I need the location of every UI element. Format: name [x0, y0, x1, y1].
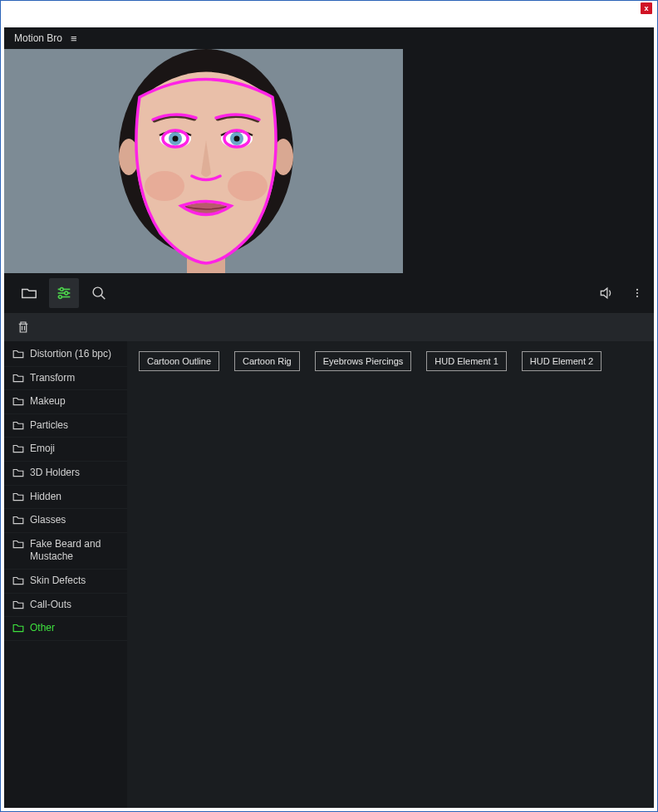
panel-title: Motion Bro	[14, 32, 62, 44]
sidebar-item-label: Skin Defects	[30, 575, 86, 588]
sidebar-item-label: 3D Holders	[30, 467, 80, 480]
sound-button[interactable]	[596, 278, 617, 308]
main-toolbar	[4, 273, 654, 313]
sidebar-item-3d-holders[interactable]: 3D Holders	[4, 462, 127, 486]
sidebar-item-emoji[interactable]: Emoji	[4, 438, 127, 462]
folder-icon	[12, 539, 24, 549]
folder-icon	[12, 575, 24, 585]
close-icon: x	[644, 4, 648, 12]
svg-point-11	[234, 136, 240, 142]
preset-eyebrows-piercings[interactable]: Eyebrows Piercings	[315, 351, 412, 371]
sidebar-item-label: Hidden	[30, 491, 61, 504]
sidebar-item-makeup[interactable]: Makeup	[4, 390, 127, 414]
preset-hud-element-2[interactable]: HUD Element 2	[522, 351, 602, 371]
delete-button[interactable]	[16, 319, 32, 335]
filters-button[interactable]	[49, 278, 79, 308]
search-icon	[90, 284, 108, 302]
titlebar: x	[1, 1, 657, 26]
sound-icon	[598, 285, 615, 301]
folder-icon	[12, 467, 24, 477]
svg-point-10	[173, 136, 179, 142]
sidebar-item-particles[interactable]: Particles	[4, 414, 127, 438]
motion-bro-panel: Motion Bro ≡	[4, 27, 654, 808]
sidebar-item-distortion-16-bpc[interactable]: Distortion (16 bpc)	[4, 343, 127, 367]
more-icon	[631, 285, 643, 301]
preview-viewport	[4, 49, 403, 273]
toolbar-right	[596, 278, 644, 308]
sidebar-item-label: Particles	[30, 419, 68, 433]
sidebar-item-fake-beard-and-mustache[interactable]: Fake Beard and Mustache	[4, 533, 127, 570]
hamburger-icon: ≡	[71, 32, 77, 45]
folder-icon	[12, 349, 24, 359]
panel-header[interactable]: Motion Bro ≡	[4, 27, 654, 49]
search-button[interactable]	[84, 278, 114, 308]
sub-toolbar	[4, 313, 654, 341]
sidebar-item-label: Call-Outs	[30, 599, 71, 612]
folder-icon	[12, 599, 24, 609]
preset-label: Eyebrows Piercings	[323, 356, 404, 366]
preset-label: HUD Element 1	[435, 356, 498, 366]
sidebar-item-label: Makeup	[30, 395, 66, 408]
sidebar-item-call-outs[interactable]: Call-Outs	[4, 594, 127, 618]
sidebar-item-label: Transform	[30, 372, 75, 385]
toolbar-left	[14, 278, 114, 308]
sidebar-item-skin-defects[interactable]: Skin Defects	[4, 570, 127, 594]
sliders-icon	[55, 284, 73, 302]
preset-grid: Cartoon OutlineCartoon RigEyebrows Pierc…	[127, 341, 654, 808]
face-tracking-overlay	[4, 49, 403, 273]
sidebar-item-label: Glasses	[30, 514, 66, 527]
browse-button[interactable]	[14, 278, 44, 308]
preset-label: Cartoon Outline	[147, 356, 211, 366]
folder-icon	[12, 396, 24, 406]
svg-point-5	[228, 171, 268, 201]
svg-point-24	[636, 296, 638, 297]
folder-icon	[12, 420, 24, 430]
folder-icon	[20, 284, 38, 302]
folder-icon	[12, 515, 24, 525]
svg-line-21	[101, 296, 106, 300]
app-window: x Motion Bro ≡	[0, 0, 658, 812]
svg-point-19	[59, 296, 62, 299]
preset-label: Cartoon Rig	[243, 356, 292, 366]
svg-point-4	[145, 171, 184, 201]
svg-point-23	[636, 292, 638, 294]
sidebar-item-label: Emoji	[30, 443, 55, 456]
svg-point-17	[65, 291, 68, 295]
category-sidebar: Distortion (16 bpc)TransformMakeupPartic…	[4, 341, 127, 808]
trash-icon	[16, 319, 31, 335]
svg-point-20	[93, 287, 102, 296]
folder-icon	[12, 492, 24, 501]
sidebar-item-glasses[interactable]: Glasses	[4, 509, 127, 533]
more-button[interactable]	[631, 278, 644, 308]
preset-hud-element-1[interactable]: HUD Element 1	[426, 351, 506, 371]
sidebar-item-transform[interactable]: Transform	[4, 367, 127, 391]
sidebar-item-label: Other	[30, 622, 55, 635]
preset-cartoon-outline[interactable]: Cartoon Outline	[139, 351, 219, 371]
folder-icon	[12, 443, 24, 453]
content-area: Distortion (16 bpc)TransformMakeupPartic…	[4, 341, 654, 808]
folder-icon	[12, 623, 24, 633]
folder-icon	[12, 373, 24, 383]
svg-point-22	[636, 289, 638, 291]
sidebar-item-other[interactable]: Other	[4, 617, 127, 641]
close-button[interactable]: x	[641, 2, 652, 14]
sidebar-item-label: Distortion (16 bpc)	[30, 348, 111, 361]
preset-cartoon-rig[interactable]: Cartoon Rig	[234, 351, 300, 371]
sidebar-item-label: Fake Beard and Mustache	[30, 538, 119, 564]
sidebar-item-hidden[interactable]: Hidden	[4, 486, 127, 510]
svg-point-15	[60, 288, 63, 291]
preset-label: HUD Element 2	[530, 356, 593, 366]
